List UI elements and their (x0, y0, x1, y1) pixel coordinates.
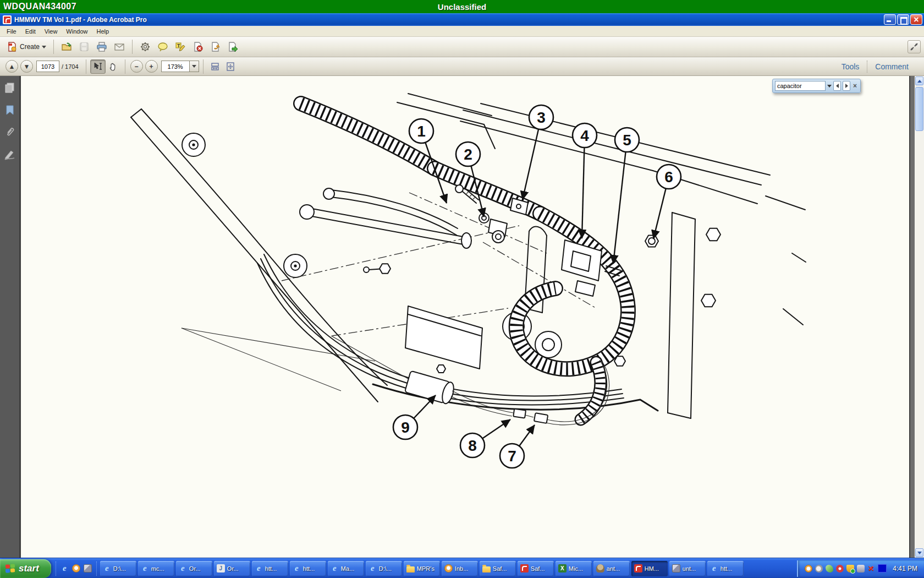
find-next-button[interactable] (843, 81, 850, 91)
create-button[interactable]: Create (3, 39, 50, 54)
attachments-icon[interactable] (3, 126, 16, 139)
export-button[interactable] (224, 39, 242, 54)
print-button[interactable] (93, 39, 111, 54)
svg-text:6: 6 (664, 168, 673, 186)
find-history-caret-icon[interactable] (827, 85, 832, 88)
pdf-icon (520, 564, 529, 572)
comment-bubble-button[interactable] (154, 39, 172, 54)
callout-9: 9 (393, 395, 436, 439)
email-button[interactable] (111, 39, 128, 54)
menu-window[interactable]: Window (62, 27, 92, 36)
start-button[interactable]: start (0, 559, 51, 578)
scrolling-mode-button[interactable] (207, 59, 223, 74)
signatures-icon[interactable] (3, 148, 16, 161)
save-button[interactable] (75, 39, 93, 54)
task-button-11[interactable]: Saf... (518, 561, 554, 576)
comment-panel-button[interactable]: Comment (867, 62, 916, 71)
scrollbar-thumb[interactable] (915, 87, 923, 131)
outlook-quicklaunch-icon[interactable] (72, 564, 80, 572)
create-button-label: Create (20, 43, 40, 51)
task-button-label: unt... (683, 565, 696, 572)
excel-icon (558, 564, 566, 572)
task-button-13[interactable]: ant... (593, 561, 630, 576)
bookmarks-icon[interactable] (3, 103, 16, 117)
shield-icon[interactable] (846, 565, 854, 572)
highlight-text-button[interactable]: T (172, 39, 189, 54)
task-button-1[interactable]: emc... (138, 561, 174, 576)
task-button-label: mc... (151, 565, 164, 572)
zoom-level-value[interactable]: 173% (161, 61, 190, 72)
volume-icon[interactable] (815, 565, 823, 572)
start-button-label: start (19, 563, 39, 574)
task-button-10[interactable]: Saf... (480, 561, 516, 576)
page-number-input[interactable] (36, 61, 59, 72)
gear-icon (140, 41, 151, 52)
settings-button[interactable] (136, 39, 154, 54)
open-button[interactable] (58, 39, 75, 54)
callout-5: 5 (613, 128, 639, 264)
task-button-14[interactable]: HM... (631, 561, 668, 576)
task-button-0[interactable]: eD:\... (100, 561, 136, 576)
find-close-icon[interactable]: × (852, 82, 858, 90)
zoom-in-button[interactable]: + (145, 60, 158, 73)
task-button-4[interactable]: ehtt... (252, 561, 288, 576)
menu-file[interactable]: File (2, 27, 21, 36)
previous-page-button[interactable]: ▲ (6, 60, 18, 73)
task-button-label: Saf... (531, 565, 545, 572)
tools-panel-button[interactable]: Tools (834, 62, 867, 71)
task-button-5[interactable]: ehtt... (290, 561, 326, 576)
task-button-7[interactable]: eD:\... (366, 561, 402, 576)
task-button-label: Inb... (455, 565, 468, 572)
delete-pages-button[interactable] (189, 39, 207, 54)
fit-page-button[interactable] (223, 59, 238, 74)
network-icon[interactable] (878, 564, 887, 572)
vertical-scrollbar[interactable] (915, 76, 924, 558)
find-input[interactable] (775, 81, 826, 91)
task-button-15[interactable]: unt... (669, 561, 706, 576)
task-button-label: D:\... (113, 565, 126, 572)
health-icon[interactable] (836, 565, 844, 572)
agent-icon[interactable] (826, 565, 833, 572)
zoom-dropdown-button[interactable] (190, 61, 199, 72)
task-button-8[interactable]: MPR's (404, 561, 440, 576)
menu-view[interactable]: View (40, 27, 62, 36)
taskbar: start e eD:\...emc...eOr...Or...ehtt...e… (0, 558, 924, 578)
hand-tool-button[interactable] (106, 59, 121, 74)
menu-edit[interactable]: Edit (21, 27, 40, 36)
page-thumbnails-icon[interactable] (3, 81, 16, 95)
reminder-icon[interactable] (805, 565, 812, 572)
task-button-2[interactable]: eOr... (176, 561, 212, 576)
open-folder-icon (61, 41, 72, 52)
toolbar-separator (86, 59, 86, 74)
task-button-12[interactable]: Mic... (556, 561, 592, 576)
scroll-up-button[interactable] (915, 77, 923, 85)
minimize-button[interactable] (884, 14, 896, 25)
task-button-16[interactable]: ehtt... (707, 561, 744, 576)
svg-text:7: 7 (508, 448, 516, 465)
select-tool-button[interactable] (90, 59, 106, 74)
show-desktop-icon[interactable] (84, 564, 92, 572)
task-button-label: Saf... (493, 565, 507, 572)
find-previous-button[interactable] (833, 81, 841, 91)
close-button[interactable] (910, 14, 922, 25)
toolbar-expand-button[interactable] (908, 40, 921, 53)
task-button-9[interactable]: Inb... (442, 561, 478, 576)
ie-quicklaunch-icon[interactable]: e (61, 564, 69, 572)
document-area: 123456789 × (0, 76, 924, 558)
extract-pages-button[interactable] (207, 39, 224, 54)
scroll-down-button[interactable] (915, 548, 923, 557)
restore-button[interactable] (897, 14, 909, 25)
task-button-3[interactable]: Or... (214, 561, 250, 576)
menu-help[interactable]: Help (92, 27, 113, 36)
next-page-button[interactable]: ▼ (20, 60, 33, 73)
zoom-out-button[interactable]: − (130, 60, 143, 73)
svg-text:8: 8 (468, 437, 477, 454)
create-caret-icon (42, 46, 46, 48)
windows-logo-icon (6, 564, 15, 574)
device-icon[interactable] (857, 565, 865, 572)
disconnect-icon[interactable] (867, 565, 875, 572)
main-toolbar: Create (0, 37, 924, 57)
task-button-6[interactable]: eMa... (328, 561, 364, 576)
acrobat-app-icon (3, 15, 12, 24)
find-bar: × (772, 79, 861, 93)
